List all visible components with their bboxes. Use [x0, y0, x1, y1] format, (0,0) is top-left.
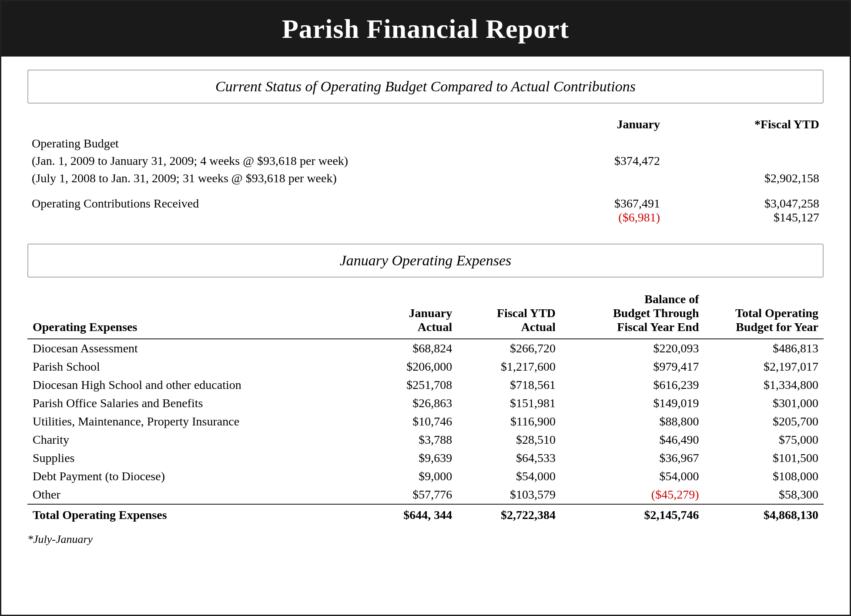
exp-row-total: $205,700 — [704, 412, 824, 431]
exp-row-total: $101,500 — [704, 449, 824, 467]
exp-row-ytd: $151,981 — [457, 394, 561, 412]
operating-budget-table: January *Fiscal YTD Operating Budget (Ja… — [27, 116, 824, 226]
exp-row-balance: $54,000 — [561, 467, 704, 485]
ob-line2-row: (July 1, 2008 to Jan. 31, 2009; 31 weeks… — [27, 170, 824, 187]
exp-col-balance: Balance ofBudget ThroughFiscal Year End — [561, 290, 704, 339]
exp-row: Utilities, Maintenance, Property Insuran… — [27, 412, 824, 431]
exp-row-balance: $616,239 — [561, 376, 704, 394]
exp-row: Other $57,776 $103,579 ($45,279) $58,300 — [27, 485, 824, 504]
ob-label-header — [27, 116, 505, 135]
exp-row-jan: $57,776 — [362, 485, 458, 504]
section1-box: Current Status of Operating Budget Compa… — [27, 70, 824, 104]
exp-row-ytd: $28,510 — [457, 431, 561, 449]
exp-col-total: Total OperatingBudget for Year — [704, 290, 824, 339]
exp-row-jan: $68,824 — [362, 339, 458, 358]
exp-row-label: Diocesan Assessment — [27, 339, 362, 358]
exp-row-jan: $9,639 — [362, 449, 458, 467]
exp-total-jan: $644, 344 — [362, 504, 458, 524]
page-title: Parish Financial Report — [19, 13, 832, 44]
ob-ytd-header: *Fiscal YTD — [664, 116, 824, 135]
exp-row-balance: $979,417 — [561, 358, 704, 376]
ob-line1-row: (Jan. 1, 2009 to January 31, 2009; 4 wee… — [27, 152, 824, 170]
op-budget-header-row: January *Fiscal YTD — [27, 116, 824, 135]
section-gap — [27, 235, 824, 244]
exp-row-jan: $26,863 — [362, 394, 458, 412]
exp-row-ytd: $103,579 — [457, 485, 561, 504]
exp-col-jan: JanuaryActual — [362, 290, 458, 339]
ob-main-label-row: Operating Budget — [27, 135, 824, 152]
ob-line1-label: (Jan. 1, 2009 to January 31, 2009; 4 wee… — [27, 152, 505, 170]
exp-col-label: Operating Expenses — [27, 290, 362, 339]
exp-row-total: $486,813 — [704, 339, 824, 358]
page-header: Parish Financial Report — [1, 1, 850, 57]
exp-row: Diocesan Assessment $68,824 $266,720 $22… — [27, 339, 824, 358]
exp-row-balance: $36,967 — [561, 449, 704, 467]
exp-row-ytd: $1,217,600 — [457, 358, 561, 376]
footnote: *July-January — [27, 533, 824, 546]
exp-row-label: Charity — [27, 431, 362, 449]
exp-row: Debt Payment (to Diocese) $9,000 $54,000… — [27, 467, 824, 485]
ob-contrib-label: Operating Contributions Received — [27, 195, 505, 226]
exp-row-ytd: $116,900 — [457, 412, 561, 431]
exp-row-jan: $3,788 — [362, 431, 458, 449]
page: Parish Financial Report Current Status o… — [0, 0, 851, 616]
exp-row-jan: $251,708 — [362, 376, 458, 394]
exp-row-total: $75,000 — [704, 431, 824, 449]
exp-row-ytd: $718,561 — [457, 376, 561, 394]
section1-title: Current Status of Operating Budget Compa… — [41, 78, 810, 95]
exp-row-label: Parish Office Salaries and Benefits — [27, 394, 362, 412]
exp-row-total: $58,300 — [704, 485, 824, 504]
ob-jan-header: January — [505, 116, 664, 135]
section2-box: January Operating Expenses — [27, 244, 824, 278]
section2-title: January Operating Expenses — [41, 252, 810, 269]
exp-total-balance: $2,145,746 — [561, 504, 704, 524]
ob-line2-label: (July 1, 2008 to Jan. 31, 2009; 31 weeks… — [27, 170, 505, 187]
exp-row-label: Debt Payment (to Diocese) — [27, 467, 362, 485]
exp-row-total: $1,334,800 — [704, 376, 824, 394]
exp-row: Diocesan High School and other education… — [27, 376, 824, 394]
exp-total-label: Total Operating Expenses — [27, 504, 362, 524]
exp-row-label: Supplies — [27, 449, 362, 467]
ob-contrib-jan: $367,491 ($6,981) — [505, 195, 664, 226]
ob-contrib-ytd-diff: $145,127 — [669, 211, 819, 224]
exp-col-ytd: Fiscal YTDActual — [457, 290, 561, 339]
exp-total-total: $4,868,130 — [704, 504, 824, 524]
exp-row: Parish School $206,000 $1,217,600 $979,4… — [27, 358, 824, 376]
expenses-table: Operating Expenses JanuaryActual Fiscal … — [27, 290, 824, 524]
exp-row-jan: $10,746 — [362, 412, 458, 431]
exp-row: Parish Office Salaries and Benefits $26,… — [27, 394, 824, 412]
exp-row-balance: $46,490 — [561, 431, 704, 449]
exp-row-ytd: $64,533 — [457, 449, 561, 467]
exp-total-row: Total Operating Expenses $644, 344 $2,72… — [27, 504, 824, 524]
ob-contrib-jan-diff: ($6,981) — [509, 211, 660, 224]
ob-spacer-row — [27, 187, 824, 195]
ob-contrib-row: Operating Contributions Received $367,49… — [27, 195, 824, 226]
exp-row: Charity $3,788 $28,510 $46,490 $75,000 — [27, 431, 824, 449]
exp-row-total: $2,197,017 — [704, 358, 824, 376]
ob-line2-ytd: $2,902,158 — [664, 170, 824, 187]
exp-row-jan: $206,000 — [362, 358, 458, 376]
exp-row-balance: $220,093 — [561, 339, 704, 358]
exp-row-label: Parish School — [27, 358, 362, 376]
exp-row-balance: $88,800 — [561, 412, 704, 431]
exp-row-total: $108,000 — [704, 467, 824, 485]
ob-main-label: Operating Budget — [27, 135, 505, 152]
exp-row-label: Diocesan High School and other education — [27, 376, 362, 394]
ob-line1-jan: $374,472 — [505, 152, 664, 170]
exp-row-label: Utilities, Maintenance, Property Insuran… — [27, 412, 362, 431]
exp-row-ytd: $266,720 — [457, 339, 561, 358]
exp-header-row: Operating Expenses JanuaryActual Fiscal … — [27, 290, 824, 339]
exp-row-balance: $149,019 — [561, 394, 704, 412]
main-content: Current Status of Operating Budget Compa… — [1, 57, 850, 563]
exp-total-ytd: $2,722,384 — [457, 504, 561, 524]
exp-row-jan: $9,000 — [362, 467, 458, 485]
exp-row-label: Other — [27, 485, 362, 504]
ob-contrib-ytd: $3,047,258 $145,127 — [664, 195, 824, 226]
exp-row-total: $301,000 — [704, 394, 824, 412]
exp-row-ytd: $54,000 — [457, 467, 561, 485]
exp-row-balance: ($45,279) — [561, 485, 704, 504]
exp-row: Supplies $9,639 $64,533 $36,967 $101,500 — [27, 449, 824, 467]
